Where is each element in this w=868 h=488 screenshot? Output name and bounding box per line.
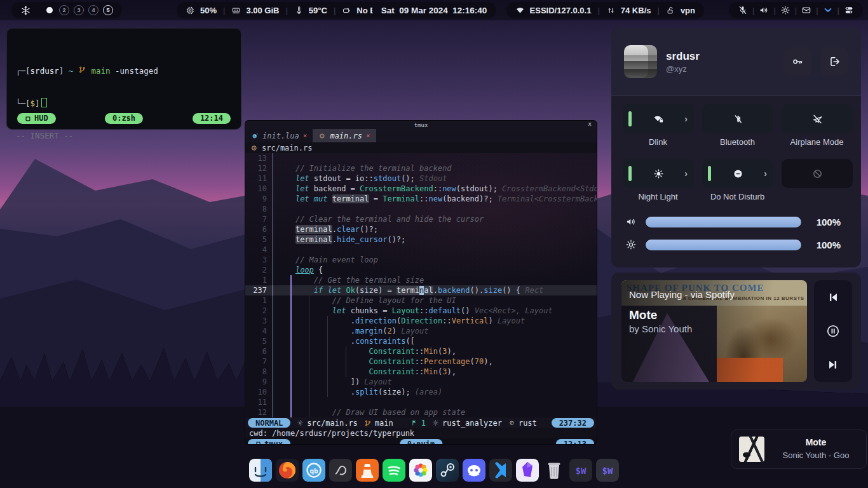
toggle-airplane-mode[interactable] — [782, 104, 853, 133]
code-line[interactable]: 10.split(size); (area) — [245, 387, 597, 397]
tab-label: main.rs — [330, 132, 362, 140]
buffer-tab-main.rs[interactable]: main.rs× — [313, 129, 376, 142]
code-line[interactable]: 13 — [245, 153, 597, 163]
username: srdusr — [666, 50, 775, 63]
code-line[interactable]: 12// Initialize the terminal backend — [245, 163, 597, 173]
editor-window[interactable]: tmux x init.lua×main.rs× src/main.rs 131… — [245, 120, 597, 445]
line-number: 12 — [245, 163, 272, 173]
tab-close-icon[interactable]: × — [366, 132, 370, 140]
tmux-window-zsh[interactable]: 0:zsh — [105, 113, 143, 124]
dock-item-vscode[interactable] — [489, 459, 512, 482]
code-line[interactable]: 8 — [245, 204, 597, 214]
chevron-right-icon[interactable]: › — [684, 168, 688, 179]
toggles-icon[interactable] — [844, 5, 854, 15]
dock-item-sw-app-alt[interactable]: $W — [596, 459, 619, 482]
code-line-current[interactable]: 237if let Ok(size) = terminal.backend().… — [245, 285, 597, 295]
toggle-label: Airplane Mode — [777, 137, 857, 147]
track-artist: by Sonic Youth — [629, 323, 692, 334]
code-line[interactable]: 7// Clear the terminal and hide the curs… — [245, 214, 597, 224]
dock-item-file-manager[interactable] — [249, 459, 272, 482]
code-line[interactable]: 3// Main event loop — [245, 255, 597, 265]
line-number: 11 — [245, 173, 272, 184]
code-line[interactable]: 11let stdout = io::stdout(); Stdout — [245, 173, 597, 184]
dock-item-firefox[interactable] — [276, 459, 299, 482]
terminal-output: ┌─[srdusr] ~ main -unstaged └─[$] -- INS… — [7, 29, 241, 163]
close-window-button[interactable]: x — [588, 121, 592, 127]
code-line[interactable]: 2loop { — [245, 265, 597, 275]
workspace-3[interactable]: 3 — [74, 5, 84, 15]
workspace-4[interactable]: 4 — [88, 5, 98, 15]
volume-slider[interactable] — [646, 217, 801, 227]
logout-icon — [828, 55, 841, 68]
brightness-slider[interactable] — [646, 240, 801, 250]
lock-keys-button[interactable] — [783, 48, 811, 76]
media-notification[interactable]: Mote Sonic Youth - Goo — [731, 430, 867, 469]
tmux-session-hud[interactable]: HUD — [17, 113, 56, 124]
network-speed-icon — [606, 6, 616, 15]
chevron-right-icon[interactable]: › — [684, 114, 688, 124]
toggle-do-not-disturb[interactable]: › — [702, 159, 773, 188]
dock-item-vlc[interactable] — [356, 459, 379, 482]
workspace-1-occupied[interactable] — [46, 7, 53, 13]
dock-item-discord[interactable] — [463, 459, 485, 482]
airplane-off-icon — [811, 113, 824, 125]
control-center-panel: srdusr @xyz ›DlinkBluetoothAirplane Mode… — [611, 28, 861, 268]
dock-item-qbittorrent[interactable]: qb — [302, 459, 325, 482]
line-number: 7 — [245, 356, 272, 367]
code-line[interactable]: 5terminal.hide_cursor()?; — [245, 234, 597, 245]
logout-button[interactable] — [820, 48, 848, 76]
workspace-2[interactable]: 2 — [59, 5, 69, 15]
vpn-label[interactable]: vpn — [681, 6, 695, 15]
window-titlebar[interactable]: tmux x — [245, 121, 597, 129]
chevron-down-icon[interactable] — [823, 5, 833, 15]
buffer-tab-init.lua[interactable]: init.lua× — [245, 129, 313, 142]
code-line[interactable]: 6terminal.clear()?; — [245, 224, 597, 234]
notification-subtitle: Sonic Youth - Goo — [772, 451, 860, 460]
dock-item-obsidian[interactable] — [516, 459, 539, 482]
dock-item-media-app[interactable] — [329, 459, 352, 482]
dock-item-steam[interactable] — [436, 459, 459, 482]
terminal-window[interactable]: ┌─[srdusr] ~ main -unstaged └─[$] -- INS… — [6, 28, 241, 130]
code-line[interactable]: 8Constraint::Min(3), — [245, 367, 597, 377]
toggle-dlink[interactable]: › — [623, 104, 694, 133]
toggle-bluetooth[interactable] — [702, 104, 773, 133]
code-line[interactable]: 9]) Layout — [245, 377, 597, 387]
code-line[interactable]: 3.direction(Direction::Vertical) Layout — [245, 316, 597, 326]
code-line[interactable]: 1// Get the terminal size — [245, 275, 597, 285]
previous-button[interactable] — [826, 290, 840, 304]
code-line[interactable]: 11 — [245, 397, 597, 407]
memory-icon — [231, 6, 241, 15]
code-line[interactable]: 1// Define layout for the UI — [245, 295, 597, 306]
code-line[interactable]: 6Constraint::Min(3), — [245, 346, 597, 356]
toggle-empty[interactable] — [782, 159, 853, 188]
code-line[interactable]: 5.constraints([ — [245, 336, 597, 346]
clock-pill[interactable]: Sat 09 Mar 2024 12:16:40 — [372, 2, 496, 18]
pause-button[interactable] — [826, 324, 840, 338]
tmux-window-nvim[interactable]: 0:nvim — [400, 439, 442, 445]
tab-close-icon[interactable]: × — [303, 132, 308, 140]
dock-item-spotify[interactable] — [383, 459, 405, 482]
code-line[interactable]: 10let backend = CrosstermBackend::new(st… — [245, 184, 597, 194]
volume-icon[interactable] — [759, 5, 769, 15]
code-line[interactable]: 9let mut terminal = Terminal::new(backen… — [245, 194, 597, 204]
wifi-ssid[interactable]: ESSID/127.0.0.1 — [530, 6, 592, 15]
dock-item-photos[interactable] — [409, 459, 432, 482]
code-line[interactable]: 2let chunks = Layout::default() Vec<Rect… — [245, 306, 597, 316]
mic-muted-icon[interactable] — [738, 5, 748, 15]
dock-item-sw-app[interactable]: $W — [569, 459, 592, 482]
workspace-5[interactable]: 5 — [103, 5, 113, 15]
code-line[interactable]: 4.margin(2) Layout — [245, 326, 597, 336]
snowflake-icon — [20, 5, 31, 16]
top-bar: 2345 50% | 3.00 GiB | 59°C | No Bat Sat … — [0, 0, 868, 20]
brightness-icon[interactable] — [780, 5, 790, 15]
next-button[interactable] — [826, 358, 840, 372]
code-line[interactable]: 4 — [245, 245, 597, 255]
mail-icon[interactable] — [801, 5, 811, 15]
tmux-session[interactable]: tmux — [248, 439, 290, 445]
code-editor[interactable]: 1312// Initialize the terminal backend11… — [245, 153, 597, 417]
toggle-night-light[interactable]: › — [623, 159, 694, 188]
dock-item-trash[interactable] — [543, 459, 566, 482]
code-line[interactable]: 12// Draw UI based on app state — [245, 407, 597, 417]
chevron-right-icon[interactable]: › — [764, 168, 767, 179]
code-line[interactable]: 7Constraint::Percentage(70), — [245, 356, 597, 367]
